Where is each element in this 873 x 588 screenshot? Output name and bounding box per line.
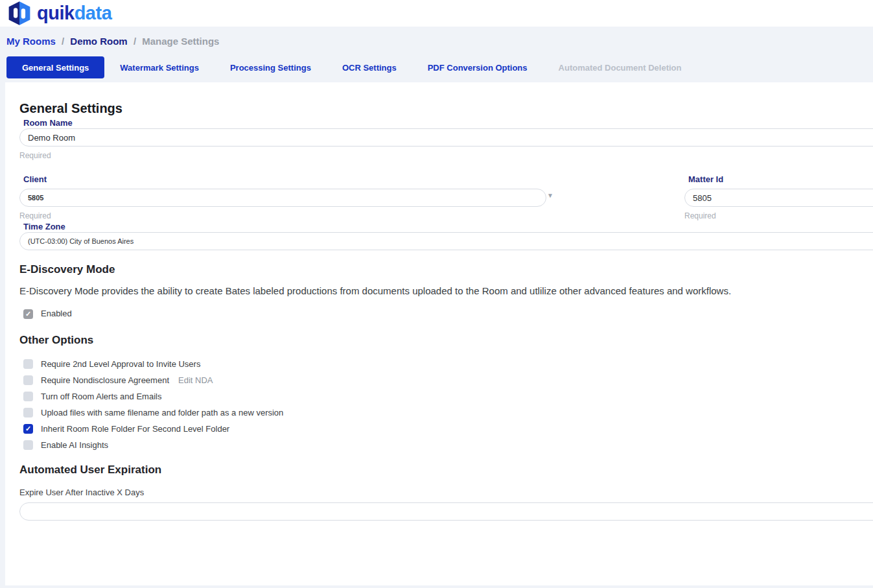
client-dropdown-arrow-icon[interactable]: ▼ [546, 192, 555, 199]
logo-text-quik: quik [37, 3, 75, 23]
option-checkbox-upload-new-version[interactable]: ✓ [23, 408, 33, 417]
breadcrumb-tabs-band: My Rooms / Demo Room / Manage Settings G… [0, 27, 873, 82]
option-label: Require 2nd Level Approval to Invite Use… [41, 359, 200, 370]
option-row-enable-ai-insights: ✓ Enable AI Insights [23, 437, 873, 453]
tab-pdf-conversion-options[interactable]: PDF Conversion Options [412, 56, 543, 78]
client-label: Client [23, 174, 555, 185]
matter-id-label: Matter Id [688, 174, 873, 185]
option-label: Upload files with same filename and fold… [41, 408, 283, 418]
general-settings-panel: General Settings Room Name Required Clie… [5, 82, 873, 585]
option-label: Enable AI Insights [41, 440, 108, 451]
app-header: quikdata [0, 0, 873, 27]
client-matter-row: Client ▼ Required Matter Id Required [5, 174, 873, 220]
room-name-label: Room Name [23, 118, 73, 128]
ediscovery-description: E-Discovery Mode provides the ability to… [19, 285, 873, 298]
expire-user-input[interactable] [19, 502, 873, 521]
client-input[interactable] [19, 189, 546, 207]
matter-id-field-group: Matter Id Required [684, 174, 873, 220]
logo-text: quikdata [37, 4, 111, 23]
quikdata-logo[interactable]: quikdata [6, 1, 111, 25]
tab-processing-settings[interactable]: Processing Settings [215, 56, 327, 78]
ediscovery-enabled-row: ✓ Enabled [23, 307, 873, 321]
client-required-hint: Required [19, 211, 555, 220]
option-checkbox-2nd-level-approval[interactable]: ✓ [23, 359, 33, 369]
tab-general-settings[interactable]: General Settings [6, 56, 104, 78]
option-checkbox-inherit-room-role[interactable]: ✓ [23, 424, 33, 434]
tab-watermark-settings[interactable]: Watermark Settings [104, 56, 215, 78]
page-title: General Settings [19, 100, 873, 117]
logo-text-data: data [75, 3, 112, 23]
settings-tab-bar: General Settings Watermark Settings Proc… [6, 56, 873, 78]
tab-ocr-settings[interactable]: OCR Settings [327, 56, 412, 78]
time-zone-label: Time Zone [23, 222, 65, 231]
option-row-nondisclosure-agreement: ✓ Require Nondisclosure Agreement Edit N… [23, 372, 873, 388]
room-name-required-hint: Required [19, 151, 873, 160]
time-zone-input[interactable] [19, 232, 873, 250]
option-label: Require Nondisclosure Agreement [41, 375, 169, 386]
room-name-input[interactable] [19, 128, 873, 147]
user-expiration-section-title: Automated User Expiration [19, 463, 873, 477]
other-options-list: ✓ Require 2nd Level Approval to Invite U… [23, 356, 873, 453]
option-checkbox-enable-ai-insights[interactable]: ✓ [23, 440, 33, 450]
tab-automated-document-deletion: Automated Document Deletion [543, 56, 697, 78]
quikdata-cube-icon [6, 1, 32, 25]
breadcrumb-demo-room[interactable]: Demo Room [70, 36, 127, 47]
option-label: Turn off Room Alerts and Emails [41, 392, 161, 402]
breadcrumb: My Rooms / Demo Room / Manage Settings [6, 35, 873, 48]
matter-id-input[interactable] [684, 189, 873, 207]
ediscovery-enabled-checkbox: ✓ [23, 309, 33, 319]
ediscovery-section-title: E-Discovery Mode [19, 263, 873, 277]
matter-id-required-hint: Required [684, 211, 873, 220]
option-row-inherit-room-role: ✓ Inherit Room Role Folder For Second Le… [23, 421, 873, 437]
option-checkbox-nondisclosure-agreement[interactable]: ✓ [23, 375, 33, 385]
option-row-turn-off-alerts: ✓ Turn off Room Alerts and Emails [23, 388, 873, 405]
expire-user-label: Expire User After Inactive X Days [19, 488, 873, 498]
edit-nda-link[interactable]: Edit NDA [178, 375, 213, 385]
option-row-2nd-level-approval: ✓ Require 2nd Level Approval to Invite U… [23, 356, 873, 372]
other-options-section-title: Other Options [19, 333, 873, 347]
breadcrumb-my-rooms[interactable]: My Rooms [6, 36, 56, 47]
breadcrumb-manage-settings: Manage Settings [142, 36, 219, 47]
breadcrumb-separator: / [62, 36, 64, 47]
option-row-upload-new-version: ✓ Upload files with same filename and fo… [23, 405, 873, 421]
option-label: Inherit Room Role Folder For Second Leve… [41, 424, 229, 434]
client-field-group: Client ▼ Required [19, 174, 555, 220]
breadcrumb-separator: / [134, 36, 136, 47]
ediscovery-enabled-label: Enabled [41, 309, 72, 319]
page-bottom-strip [0, 585, 873, 588]
option-checkbox-turn-off-alerts[interactable]: ✓ [23, 392, 33, 401]
